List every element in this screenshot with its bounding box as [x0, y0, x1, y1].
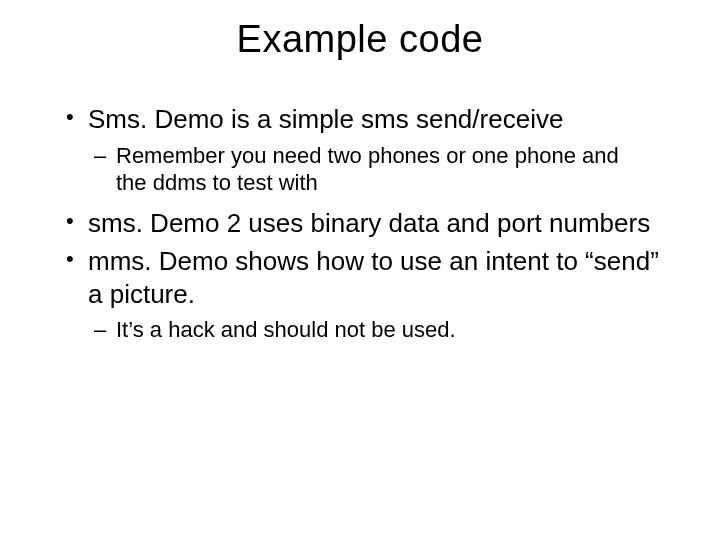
- bullet-text: It’s a hack and should not be used.: [116, 317, 456, 342]
- bullet-item-3: mms. Demo shows how to use an intent to …: [66, 245, 680, 310]
- bullet-text: mms. Demo shows how to use an intent to …: [88, 246, 659, 309]
- slide: Example code Sms. Demo is a simple sms s…: [0, 0, 720, 540]
- slide-title: Example code: [40, 18, 680, 61]
- slide-content: Sms. Demo is a simple sms send/receive R…: [40, 103, 680, 344]
- bullet-text: Remember you need two phones or one phon…: [116, 143, 619, 196]
- bullet-text: sms. Demo 2 uses binary data and port nu…: [88, 208, 650, 238]
- bullet-sub-item-3-1: It’s a hack and should not be used.: [94, 316, 654, 344]
- bullet-item-1: Sms. Demo is a simple sms send/receive: [66, 103, 680, 136]
- bullet-sub-item-1-1: Remember you need two phones or one phon…: [94, 142, 654, 197]
- bullet-item-2: sms. Demo 2 uses binary data and port nu…: [66, 207, 680, 240]
- bullet-text: Sms. Demo is a simple sms send/receive: [88, 104, 563, 134]
